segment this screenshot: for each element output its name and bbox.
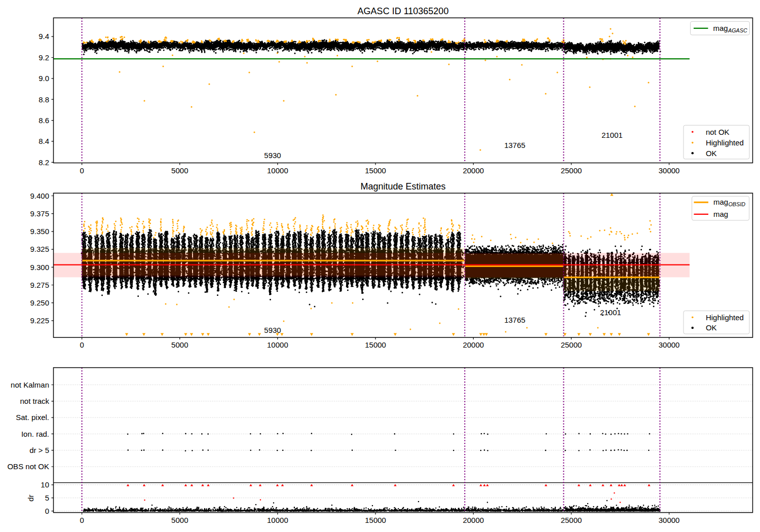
svg-text:5000: 5000 xyxy=(171,340,188,349)
svg-text:Magnitude Estimates: Magnitude Estimates xyxy=(360,181,445,192)
svg-text:0: 0 xyxy=(80,340,84,349)
svg-text:9.275: 9.275 xyxy=(30,281,49,289)
svg-text:9.400: 9.400 xyxy=(30,192,49,200)
svg-text:21001: 21001 xyxy=(600,308,621,317)
svg-text:9.4: 9.4 xyxy=(39,32,49,41)
svg-text:OBS not OK: OBS not OK xyxy=(7,462,49,471)
svg-text:0: 0 xyxy=(80,166,84,175)
svg-text:Highlighted: Highlighted xyxy=(706,313,744,322)
svg-text:not Kalman: not Kalman xyxy=(11,381,49,389)
svg-text:not track: not track xyxy=(20,397,49,405)
svg-text:9.2: 9.2 xyxy=(39,53,49,62)
svg-text:OK: OK xyxy=(706,323,717,332)
svg-text:8.8: 8.8 xyxy=(39,95,49,104)
svg-text:dr: dr xyxy=(26,495,35,501)
svg-text:9.0: 9.0 xyxy=(39,74,49,83)
svg-text:15000: 15000 xyxy=(365,166,386,175)
svg-text:8.4: 8.4 xyxy=(39,137,49,145)
svg-text:Ion. rad.: Ion. rad. xyxy=(21,430,49,438)
svg-text:5000: 5000 xyxy=(171,166,188,175)
svg-text:5930: 5930 xyxy=(264,326,281,334)
svg-text:10000: 10000 xyxy=(267,340,288,349)
svg-text:13765: 13765 xyxy=(504,316,525,324)
svg-text:9.250: 9.250 xyxy=(30,298,49,307)
svg-text:0: 0 xyxy=(80,516,84,524)
svg-text:5930: 5930 xyxy=(264,151,281,160)
svg-text:not OK: not OK xyxy=(706,128,730,136)
svg-text:AGASC ID 110365200: AGASC ID 110365200 xyxy=(358,6,449,16)
svg-text:dr > 5: dr > 5 xyxy=(29,446,49,454)
svg-text:OK: OK xyxy=(706,149,717,158)
svg-text:5000: 5000 xyxy=(171,516,188,524)
svg-text:30000: 30000 xyxy=(659,516,680,524)
svg-text:21001: 21001 xyxy=(601,131,623,139)
svg-text:13765: 13765 xyxy=(504,141,525,149)
svg-text:25000: 25000 xyxy=(561,340,582,349)
svg-text:9.350: 9.350 xyxy=(30,227,49,236)
svg-text:8.2: 8.2 xyxy=(39,158,49,167)
svg-text:30000: 30000 xyxy=(659,166,680,175)
svg-text:8.6: 8.6 xyxy=(39,116,49,125)
svg-text:OBSID: OBSID xyxy=(728,201,745,207)
svg-text:20000: 20000 xyxy=(463,340,484,349)
svg-text:15000: 15000 xyxy=(365,516,386,524)
svg-text:9.325: 9.325 xyxy=(30,245,49,253)
svg-text:30000: 30000 xyxy=(659,340,680,349)
svg-text:0: 0 xyxy=(45,507,49,515)
svg-text:Highlighted: Highlighted xyxy=(706,138,744,147)
svg-text:10000: 10000 xyxy=(267,166,288,175)
svg-text:20000: 20000 xyxy=(463,516,484,524)
svg-text:5: 5 xyxy=(45,493,49,502)
svg-text:25000: 25000 xyxy=(561,516,582,524)
svg-text:10: 10 xyxy=(41,480,49,489)
svg-text:Sat. pixel.: Sat. pixel. xyxy=(16,413,49,422)
svg-text:9.300: 9.300 xyxy=(30,263,49,272)
svg-text:10000: 10000 xyxy=(267,516,288,524)
svg-text:9.225: 9.225 xyxy=(30,316,49,325)
svg-text:15000: 15000 xyxy=(365,340,386,349)
svg-text:mag: mag xyxy=(713,198,728,206)
svg-text:AGASC: AGASC xyxy=(728,27,747,33)
svg-text:20000: 20000 xyxy=(463,166,484,175)
svg-text:9.375: 9.375 xyxy=(30,209,49,218)
svg-text:mag: mag xyxy=(713,24,728,32)
svg-text:mag: mag xyxy=(713,210,728,218)
svg-text:25000: 25000 xyxy=(561,166,582,175)
